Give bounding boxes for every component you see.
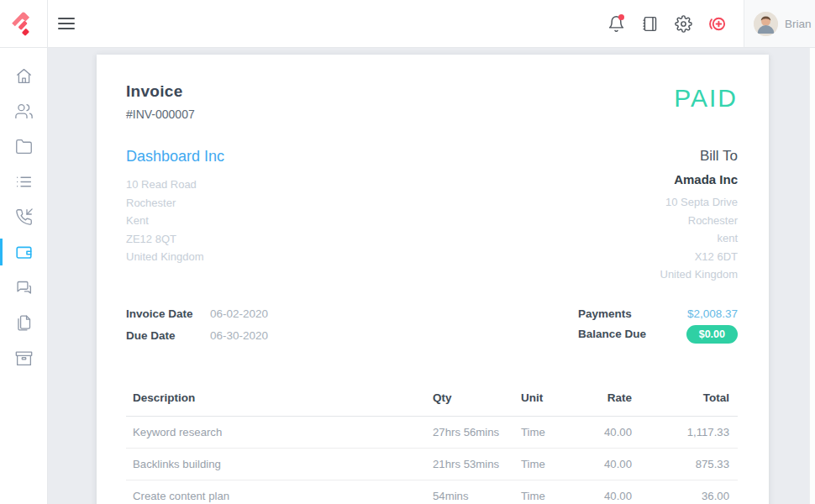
cell-unit: Time [514, 480, 598, 504]
line-items-section: Description Qty Unit Rate Total Keyword … [126, 383, 738, 504]
payments-label: Payments [578, 307, 662, 320]
totals-block: Payments $2,008.37 Balance Due $0.00 [578, 307, 738, 351]
cell-rate: 40.00 [598, 416, 632, 448]
address-line: United Kingdom [660, 265, 739, 284]
home-icon [15, 67, 33, 85]
table-row[interactable]: Keyword research 27hrs 56mins Time 40.00… [126, 416, 738, 448]
incoming-call-icon [15, 208, 33, 226]
cell-description: Backlinks building [126, 448, 426, 480]
cell-unit: Time [514, 448, 598, 480]
invoice-header: Invoice #INV-000007 PAID [126, 82, 738, 121]
journal-icon[interactable] [639, 13, 660, 34]
sidebar-item-archive[interactable] [0, 340, 48, 375]
invoice-date-value: 06-02-2020 [210, 307, 268, 320]
status-badge: PAID [674, 86, 738, 111]
table-row[interactable]: Create content plan 54mins Time 40.00 36… [126, 480, 738, 504]
invoice-date-label: Invoice Date [126, 307, 210, 320]
cell-qty: 54mins [426, 480, 514, 504]
invoice-number: #INV-000007 [126, 108, 195, 121]
sidebar-item-contacts[interactable] [0, 93, 48, 129]
sidebar [0, 48, 48, 504]
address-line: ZE12 8QT [126, 230, 224, 249]
list-icon [15, 173, 33, 191]
address-line: 10 Septa Drive [660, 193, 739, 212]
notifications-bell-icon[interactable] [606, 13, 626, 34]
topbar-actions [606, 13, 727, 34]
app-logo[interactable] [0, 0, 48, 47]
dates-block: Invoice Date 06-02-2020 Due Date 06-30-2… [126, 307, 268, 351]
sidebar-item-messages[interactable] [0, 270, 48, 305]
quick-add-icon[interactable] [707, 13, 727, 34]
sidebar-item-documents[interactable] [0, 305, 48, 340]
bill-to-address: 10 Septa Drive Rochester kent X12 6DT Un… [660, 193, 739, 284]
col-total: Total [632, 383, 738, 417]
main-content: Invoice #INV-000007 PAID Dashboard Inc 1… [48, 48, 815, 504]
archive-icon [15, 349, 33, 367]
sidebar-item-tasks[interactable] [0, 164, 48, 199]
cell-qty: 21hrs 53mins [426, 448, 514, 480]
cell-rate: 40.00 [598, 448, 632, 480]
bill-to-company: Amada Inc [660, 172, 739, 186]
user-name: Brian [785, 18, 812, 30]
cell-description: Create content plan [126, 480, 426, 504]
sidebar-item-home[interactable] [0, 58, 48, 93]
address-line: kent [660, 229, 739, 248]
address-line: Kent [126, 212, 224, 230]
invoice-meta: Invoice Date 06-02-2020 Due Date 06-30-2… [126, 307, 738, 351]
cell-unit: Time [514, 416, 598, 448]
cell-qty: 27hrs 56mins [426, 416, 514, 448]
sender-block: Dashboard Inc 10 Read Road Rochester Ken… [126, 148, 224, 284]
due-date-value: 06-30-2020 [210, 329, 268, 342]
cell-total: 36.00 [632, 480, 738, 504]
balance-due-badge: $0.00 [686, 325, 738, 344]
bill-to-block: Bill To Amada Inc 10 Septa Drive Rochest… [660, 148, 739, 284]
menu-toggle-button[interactable] [58, 8, 88, 39]
col-qty: Qty [426, 383, 514, 417]
topbar: Brian [0, 0, 815, 48]
cell-total: 1,117.33 [632, 416, 738, 448]
line-items-table: Description Qty Unit Rate Total Keyword … [126, 383, 738, 504]
sender-address: 10 Read Road Rochester Kent ZE12 8QT Uni… [126, 176, 224, 266]
address-line: X12 6DT [660, 248, 739, 266]
cell-description: Keyword research [126, 416, 426, 448]
notification-dot [618, 14, 624, 20]
col-unit: Unit [514, 383, 598, 417]
invoice-parties: Dashboard Inc 10 Read Road Rochester Ken… [126, 148, 738, 284]
folder-icon [15, 138, 33, 155]
payments-value[interactable]: $2,008.37 [687, 307, 738, 320]
address-line: United Kingdom [126, 248, 224, 266]
cell-total: 875.33 [632, 448, 738, 480]
contacts-icon [15, 102, 33, 120]
sidebar-item-calls[interactable] [0, 199, 48, 234]
settings-gear-icon[interactable] [673, 13, 693, 34]
sender-company-link[interactable]: Dashboard Inc [126, 148, 224, 165]
brand-logo-icon [9, 9, 38, 38]
documents-icon [15, 314, 33, 332]
chat-icon [15, 279, 33, 297]
page-title: Invoice [126, 82, 195, 101]
sidebar-item-projects[interactable] [0, 129, 48, 164]
address-line: 10 Read Road [126, 176, 224, 194]
bill-to-heading: Bill To [660, 148, 739, 165]
balance-due-label: Balance Due [578, 328, 662, 340]
sidebar-item-invoices[interactable] [0, 234, 48, 270]
scrollbar[interactable] [809, 48, 815, 504]
table-header-row: Description Qty Unit Rate Total [126, 383, 738, 417]
address-line: Rochester [126, 194, 224, 213]
invoice-card: Invoice #INV-000007 PAID Dashboard Inc 1… [97, 55, 769, 504]
user-menu[interactable]: Brian [744, 0, 815, 47]
table-row[interactable]: Backlinks building 21hrs 53mins Time 40.… [126, 448, 738, 480]
due-date-label: Due Date [126, 329, 210, 342]
avatar [754, 12, 778, 36]
cell-rate: 40.00 [598, 480, 632, 504]
address-line: Rochester [660, 212, 739, 230]
col-description: Description [126, 383, 426, 417]
col-rate: Rate [598, 383, 632, 417]
wallet-invoices-icon [15, 244, 33, 261]
